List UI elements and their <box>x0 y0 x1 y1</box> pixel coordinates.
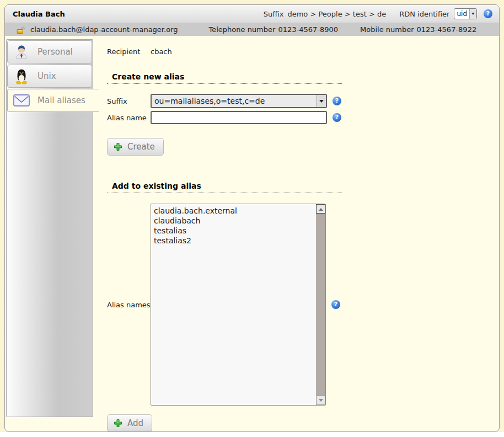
user-email: claudia.bach@ldap-account-manager.org <box>30 25 178 34</box>
telephone-label: Telephone number <box>208 25 275 34</box>
create-button[interactable]: Create <box>107 138 164 156</box>
recipient-label: Recipient <box>107 47 151 56</box>
content-area: Personal <box>5 36 499 432</box>
alias-option[interactable]: testalias <box>151 226 316 236</box>
chevron-down-icon <box>469 9 476 19</box>
suffix-select-value: ou=mailaliases,o=test,c=de <box>152 97 317 105</box>
header: Claudia Bach Suffix demo > People > test… <box>5 5 499 23</box>
page-background: Claudia Bach Suffix demo > People > test… <box>0 0 504 432</box>
alias-option[interactable]: testalias2 <box>151 236 316 246</box>
alias-options-container: claudia.bach.externalclaudiabachtestalia… <box>151 204 316 405</box>
help-icon[interactable]: ? <box>484 9 492 18</box>
create-button-label: Create <box>127 142 155 152</box>
sidebar-panel: Personal <box>6 39 93 417</box>
alias-name-label: Alias name <box>107 114 151 122</box>
suffix-row: Suffix ou=mailaliases,o=test,c=de ? <box>107 94 499 108</box>
rdn-identifier-value: uid <box>454 10 469 18</box>
penguin-icon <box>13 67 30 85</box>
unlocked-padlock-icon <box>16 26 25 34</box>
sidebar-item-label: Mail aliases <box>37 95 85 105</box>
suffix-breadcrumb: demo > People > test > de <box>287 10 386 18</box>
suffix-select[interactable]: ou=mailaliases,o=test,c=de <box>151 94 327 108</box>
suffix-field-label: Suffix <box>107 97 151 105</box>
help-icon[interactable]: ? <box>333 113 341 122</box>
rdn-identifier-label: RDN identifier <box>399 10 449 18</box>
help-icon[interactable]: ? <box>331 300 340 309</box>
scrollbar-track[interactable] <box>316 214 325 396</box>
app-window: Claudia Bach Suffix demo > People > test… <box>4 4 500 432</box>
sidebar-item-label: Unix <box>37 71 56 81</box>
person-icon <box>13 43 30 61</box>
page-title: Claudia Bach <box>13 10 65 18</box>
sidebar: Personal <box>5 36 99 432</box>
plus-icon <box>114 419 122 428</box>
envelope-icon <box>13 92 30 109</box>
listbox-scrollbar[interactable] <box>316 204 325 405</box>
header-subbar: claudia.bach@ldap-account-manager.org Te… <box>5 23 499 36</box>
add-to-existing-alias-heading: Add to existing alias <box>107 182 342 193</box>
scroll-up-button[interactable] <box>316 204 325 214</box>
alias-names-row: Alias names claudia.bach.externalclaudia… <box>107 204 499 406</box>
triangle-up-icon <box>319 206 323 211</box>
alias-option[interactable]: claudiabach <box>151 216 316 226</box>
plus-icon <box>114 142 122 151</box>
sidebar-item-unix[interactable]: Unix <box>7 65 92 88</box>
alias-name-input[interactable] <box>151 111 327 124</box>
header-right-group: Suffix demo > People > test > de RDN ide… <box>264 8 492 19</box>
alias-names-listbox[interactable]: claudia.bach.externalclaudiabachtestalia… <box>151 204 326 406</box>
sidebar-item-personal[interactable]: Personal <box>7 40 92 63</box>
suffix-label: Suffix <box>264 10 284 18</box>
add-button-label: Add <box>127 418 143 428</box>
create-new-alias-heading: Create new alias <box>107 72 342 84</box>
alias-name-row: Alias name ? <box>107 111 499 124</box>
mobile-value: 0123-4567-8922 <box>417 25 477 34</box>
help-icon[interactable]: ? <box>333 97 341 105</box>
mobile-label: Mobile number <box>360 25 414 34</box>
triangle-down-icon <box>319 399 323 404</box>
add-button[interactable]: Add <box>107 414 152 432</box>
recipient-row: Recipient cbach <box>107 47 499 56</box>
scroll-down-button[interactable] <box>316 396 325 405</box>
main-panel: Recipient cbach Create new alias Suffix … <box>99 36 499 432</box>
sidebar-item-mail-aliases[interactable]: Mail aliases <box>7 89 99 112</box>
chevron-down-icon <box>317 95 326 107</box>
rdn-identifier-select[interactable]: uid <box>454 8 477 19</box>
sidebar-item-label: Personal <box>37 47 73 57</box>
telephone-value: 0123-4567-8900 <box>278 25 338 34</box>
alias-option[interactable]: claudia.bach.external <box>151 206 316 216</box>
recipient-value: cbach <box>151 47 172 56</box>
alias-names-label: Alias names <box>107 301 151 309</box>
